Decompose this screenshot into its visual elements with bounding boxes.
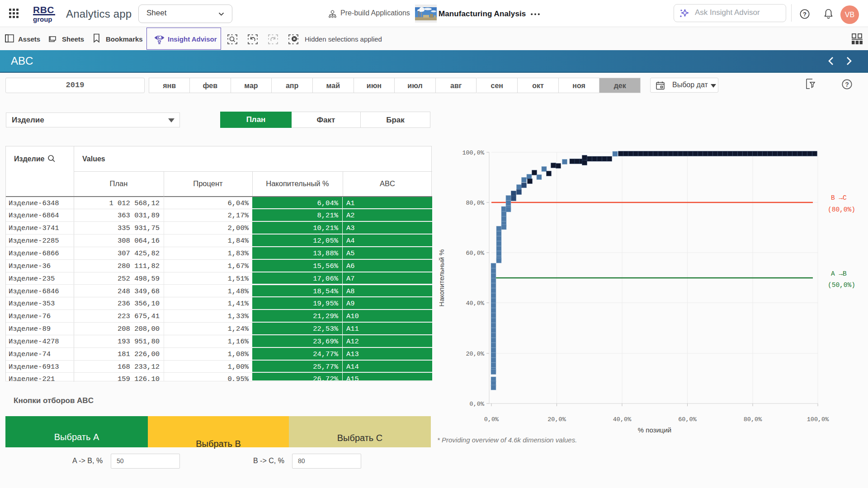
svg-text:A →B: A →B [831,270,847,277]
svg-text:80,0%: 80,0% [466,200,484,206]
svg-text:20,0%: 20,0% [466,351,484,357]
svg-text:80,0%: 80,0% [744,416,762,423]
svg-text:?: ? [803,11,807,18]
svg-text:100,0%: 100,0% [807,416,830,423]
svg-text:B →C: B →C [831,194,847,202]
svg-text:60,0%: 60,0% [466,250,484,257]
svg-text:100,0%: 100,0% [462,150,485,156]
svg-text:20,0%: 20,0% [547,416,566,423]
svg-text:% позиций: % позиций [638,426,671,434]
svg-text:Накопительный %: Накопительный % [438,249,445,307]
svg-text:0,0%: 0,0% [470,401,485,408]
svg-text:40,0%: 40,0% [466,300,484,307]
svg-text:* Providing overview of 4.6k d: * Providing overview of 4.6k dimension v… [437,436,577,444]
svg-text:(50,0%): (50,0%) [828,282,855,289]
svg-text:40,0%: 40,0% [613,416,632,423]
svg-text:60,0%: 60,0% [678,416,697,423]
svg-text:?: ? [845,81,849,88]
svg-text:(80,0%): (80,0%) [828,206,855,213]
svg-text:0,0%: 0,0% [484,416,499,423]
